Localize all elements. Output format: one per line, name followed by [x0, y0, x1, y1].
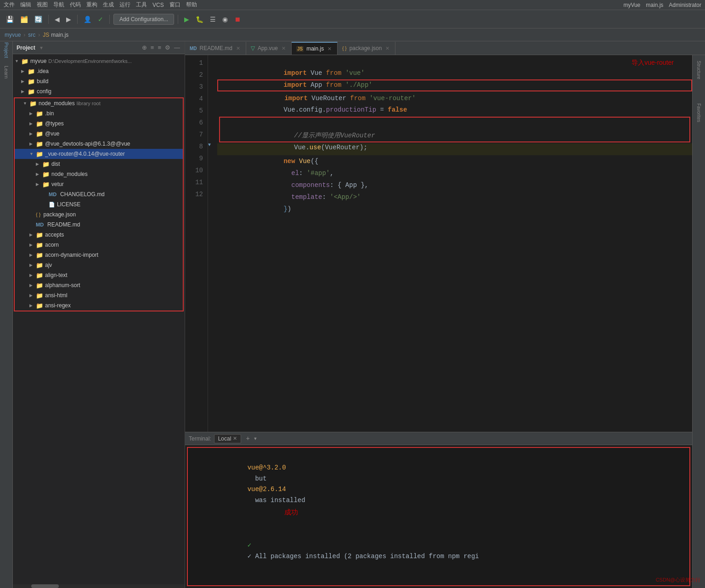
tree-item-pkg-json[interactable]: { } package.json	[15, 209, 183, 220]
git-button[interactable]: 👤	[81, 14, 94, 24]
menu-item-view[interactable]: 视图	[37, 1, 48, 9]
tree-item-bin[interactable]: ▶ 📁 .bin	[15, 108, 183, 119]
structure-icon[interactable]: Structure	[695, 59, 702, 81]
tree-item-build[interactable]: ▶ 📁 build	[13, 76, 185, 86]
menu-item-code[interactable]: 代码	[70, 1, 81, 9]
terminal-content[interactable]: vue@^3.2.0 but vue@2.6.14 was installed …	[187, 447, 690, 586]
vcs-button[interactable]: ✓	[96, 14, 106, 24]
tree-item-vue-devtools[interactable]: ▶ 📁 @vue_devtools-api@6.1.3@@vue	[15, 139, 183, 149]
breadcrumb-file[interactable]: main.js	[51, 32, 68, 38]
tree-label-idea: .idea	[37, 68, 49, 74]
favorites-icon[interactable]: Favorites	[695, 102, 702, 124]
tree-view[interactable]: ▼ 📁 myvue D:\DevelopmentEnvironment\work…	[13, 54, 185, 584]
tree-item-license[interactable]: 📄 LICENSE	[15, 199, 183, 209]
tree-item-myvue[interactable]: ▼ 📁 myvue D:\DevelopmentEnvironment\work…	[13, 56, 185, 66]
terminal-tab-local[interactable]: Local ✕	[214, 434, 242, 443]
tab-app-vue[interactable]: ▽ App.vue ✕	[246, 42, 292, 55]
tree-item-ansi-regex[interactable]: ▶ 📁 ansi-regex	[15, 300, 183, 311]
folder-icon-vue-at: 📁	[36, 130, 43, 137]
breadcrumb-src[interactable]: src	[28, 32, 35, 38]
project-header-minimize-icon[interactable]: —	[173, 44, 181, 51]
menu-item-admin[interactable]: Administrator	[669, 2, 701, 8]
debug-button[interactable]: 🐛	[193, 14, 206, 24]
project-dropdown-icon[interactable]: ▾	[40, 45, 43, 51]
tree-item-acorn-dynamic[interactable]: ▶ 📁 acorn-dynamic-import	[15, 250, 183, 260]
tree-arrow-alphanum-sort: ▶	[29, 283, 36, 288]
menu-item-myvue[interactable]: myVue	[623, 2, 640, 8]
sync-button[interactable]: 🔄	[32, 14, 45, 24]
menu-item-tools[interactable]: 工具	[136, 1, 147, 9]
project-header-list-icon[interactable]: ≡	[150, 44, 155, 51]
forward-button[interactable]: ▶	[64, 14, 73, 24]
add-configuration-button[interactable]: Add Configuration...	[113, 14, 174, 25]
menu-item-window[interactable]: 窗口	[169, 1, 180, 9]
menu-item-edit[interactable]: 编辑	[20, 1, 31, 9]
tab-package-json[interactable]: { } package.json ✕	[338, 42, 395, 55]
menu-item-mainjs[interactable]: main.js	[646, 2, 663, 8]
menu-item-navigate[interactable]: 导航	[53, 1, 64, 9]
tab-close-readme[interactable]: ✕	[235, 45, 241, 51]
breadcrumb-project[interactable]: myvue	[5, 32, 21, 38]
menu-item-refactor[interactable]: 重构	[86, 1, 97, 9]
menu-item-vcs[interactable]: VCS	[152, 2, 164, 8]
tree-item-config[interactable]: ▶ 📁 config	[13, 86, 185, 96]
tree-item-idea[interactable]: ▶ 📁 .idea	[13, 66, 185, 76]
menu-item-file[interactable]: 文件	[4, 1, 15, 9]
folder-icon-accepts: 📁	[36, 232, 43, 238]
tree-item-types[interactable]: ▶ 📁 @types	[15, 119, 183, 129]
tree-arrow-idea: ▶	[21, 69, 28, 74]
tree-arrow-bin: ▶	[29, 111, 36, 116]
tree-item-vue-at[interactable]: ▶ 📁 @vue	[15, 129, 183, 139]
tree-label-myvue: myvue	[30, 58, 46, 64]
tree-arrow-build: ▶	[21, 79, 28, 84]
code-container: 1 2 3 4 5 6 7 8 9 10 11 12	[185, 55, 692, 432]
tab-close-js[interactable]: ✕	[327, 46, 333, 52]
tab-main-js[interactable]: JS main.js ✕	[292, 42, 338, 55]
tree-sublabel-node-modules: library root	[77, 101, 101, 106]
tree-item-accepts[interactable]: ▶ 📁 accepts	[15, 230, 183, 240]
tab-label-js: main.js	[306, 45, 324, 52]
save-button[interactable]: 💾	[4, 14, 16, 24]
save-all-button[interactable]: 🗂️	[18, 14, 30, 24]
menu-item-help[interactable]: 帮助	[186, 1, 197, 9]
code-lines-wrapper[interactable]: 导入vue-router import Vue from 'vue' impor…	[217, 55, 692, 432]
tree-scrollbar[interactable]	[13, 584, 185, 588]
tab-close-json[interactable]: ✕	[384, 45, 390, 51]
folder-icon-alphanum-sort: 📁	[36, 282, 43, 289]
coverage-button[interactable]: ☰	[208, 14, 218, 24]
back-button[interactable]: ◀	[52, 14, 62, 24]
tree-arrow-ajv: ▶	[29, 263, 36, 267]
terminal-more-icon[interactable]: ▾	[254, 435, 257, 442]
profile-button[interactable]: ◉	[220, 14, 230, 24]
tab-readme[interactable]: MD README.md ✕	[185, 42, 246, 55]
sidebar-learn-icon[interactable]: Learn	[1, 67, 11, 77]
tree-item-align-text[interactable]: ▶ 📁 align-text	[15, 270, 183, 280]
menu-item-build[interactable]: 生成	[103, 1, 114, 9]
tree-item-vue-router[interactable]: ▼ 📁 _vue-router@4.0.14@vue-router	[15, 149, 183, 159]
terminal-tab-close[interactable]: ✕	[233, 435, 237, 441]
tree-arrow-ansi-html: ▶	[29, 293, 36, 298]
tree-item-node-modules[interactable]: ▼ 📁 node_modules library root	[15, 98, 183, 108]
tab-close-vue[interactable]: ✕	[281, 45, 287, 51]
terminal-label: Terminal:	[189, 435, 211, 442]
project-header-add-icon[interactable]: ⊕	[141, 44, 148, 51]
tree-item-changelog[interactable]: MD CHANGELOG.md	[15, 189, 183, 199]
project-header-settings-icon[interactable]: ⚙	[164, 44, 171, 51]
run-button[interactable]: ▶	[182, 14, 192, 24]
right-side-icons: Structure Favorites	[692, 55, 705, 588]
tree-item-readme-inner[interactable]: MD README.md	[15, 220, 183, 230]
tree-item-ansi-html[interactable]: ▶ 📁 ansi-html	[15, 290, 183, 300]
tree-item-alphanum-sort[interactable]: ▶ 📁 alphanum-sort	[15, 280, 183, 290]
sidebar-project-icon[interactable]: Project	[1, 45, 11, 55]
terminal-add-tab-icon[interactable]: +	[246, 435, 249, 442]
tree-item-vetur[interactable]: ▶ 📁 vetur	[15, 179, 183, 189]
project-header-sort-icon[interactable]: ≡	[157, 44, 162, 51]
stop-button[interactable]: ⏹	[232, 14, 243, 24]
tree-item-dist[interactable]: ▶ 📁 dist	[15, 159, 183, 169]
menu-item-run[interactable]: 运行	[119, 1, 130, 9]
tree-item-ajv[interactable]: ▶ 📁 ajv	[15, 260, 183, 270]
tab-label-readme: README.md	[200, 45, 232, 51]
tree-arrow-types: ▶	[29, 121, 36, 126]
tree-item-node-modules-inner[interactable]: ▶ 📁 node_modules	[15, 169, 183, 179]
tree-item-acorn[interactable]: ▶ 📁 acorn	[15, 240, 183, 250]
